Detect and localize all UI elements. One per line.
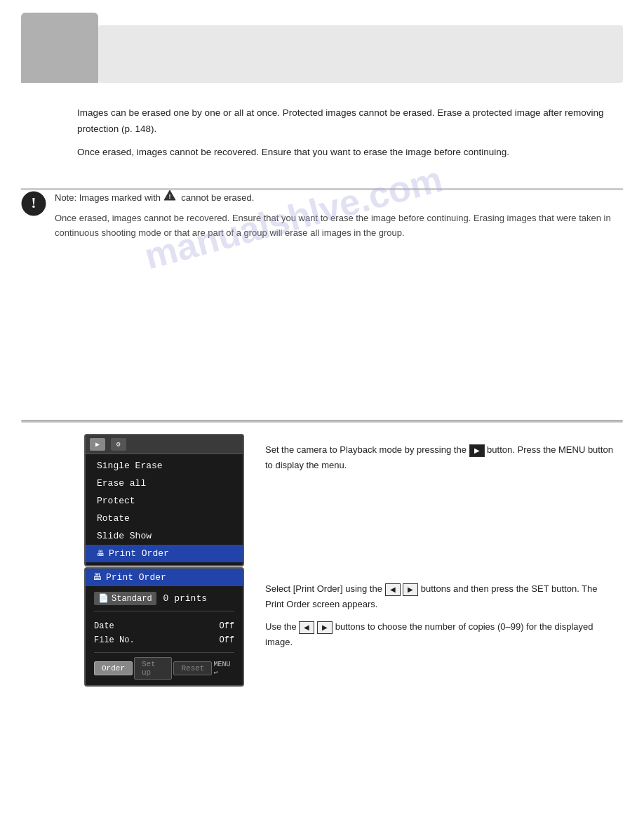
nav-left-icon: ◀ [385, 583, 401, 596]
menu-return: MENU ↩ [213, 661, 234, 677]
menu-title-bar: ▶ ⚙ [86, 435, 243, 454]
fileno-label: File No. [94, 635, 135, 645]
caution-icon: ! [21, 191, 46, 216]
nav-left-icon2: ◀ [299, 621, 314, 634]
fileno-value: Off [219, 635, 234, 645]
screen1-desc: Set the camera to Playback mode by press… [265, 442, 616, 473]
screen2-desc-para2: Use the ◀ ▶ buttons to choose the number… [265, 619, 616, 650]
standard-row: 📄 Standard 0 prints [94, 592, 234, 611]
menu-item-single-erase[interactable]: Single Erase [86, 457, 243, 475]
header-main [98, 25, 623, 83]
nav-right-icon: ▶ [403, 583, 418, 596]
print-order-body: 📄 Standard 0 prints Date Off File No. Of… [86, 586, 243, 685]
header-block [21, 13, 623, 83]
svg-text:!: ! [31, 194, 36, 211]
para1: Images can be erased one by one or all a… [77, 105, 609, 138]
date-value: Off [219, 621, 234, 631]
nav-right-icon2: ▶ [317, 621, 333, 634]
play-icon-inline: ▶ [469, 444, 485, 457]
print-order-icon: 🖶 [97, 549, 105, 558]
menu-item-print-order[interactable]: 🖶 Print Order [86, 545, 243, 562]
menu-items: Single Erase Erase all Protect Rotate Sl… [86, 454, 243, 565]
note-prefix: Note: Images marked with [55, 192, 161, 203]
screen2-desc: Select [Print Order] using the ◀ ▶ butto… [265, 581, 616, 650]
note-text: Note: Images marked with ! cannot be era… [55, 190, 623, 206]
menu-item-slide-show[interactable]: Slide Show [86, 527, 243, 545]
order-button[interactable]: Order [94, 661, 133, 675]
reset-button[interactable]: Reset [173, 661, 212, 675]
print-order-title: 🖶 Print Order [86, 569, 243, 586]
wrench-icon-box: ⚙ [111, 438, 126, 451]
para2: Once erased, images cannot be recovered.… [77, 145, 609, 161]
camera-screen-2: 🖶 Print Order 📄 Standard 0 prints Date O… [84, 567, 244, 687]
screen2-desc-para: Select [Print Order] using the ◀ ▶ butto… [265, 581, 616, 612]
note-content: Note: Images marked with ! cannot be era… [55, 190, 623, 240]
standard-label-box: 📄 Standard [94, 592, 156, 605]
main-content: Images can be erased one by one or all a… [77, 105, 609, 168]
print-order-title-icon: 🖶 [93, 572, 102, 583]
note-section: ! Note: Images marked with ! cannot be e… [21, 190, 623, 240]
note-suffix: cannot be erased. [181, 192, 254, 203]
date-row: Date Off [94, 621, 234, 631]
menu-item-erase-all[interactable]: Erase all [86, 475, 243, 492]
warning-inline-icon: ! [163, 190, 176, 201]
bottom-divider [21, 420, 623, 423]
date-label: Date [94, 621, 114, 631]
play-icon-box: ▶ [90, 438, 105, 451]
menu-item-protect[interactable]: Protect [86, 492, 243, 510]
setup-button[interactable]: Set up [134, 657, 172, 680]
menu-item-rotate[interactable]: Rotate [86, 510, 243, 527]
doc-icon: 📄 [98, 593, 109, 604]
header-tab [21, 13, 98, 83]
camera-screen-1: ▶ ⚙ Single Erase Erase all Protect Rotat… [84, 434, 244, 567]
fileno-row: File No. Off [94, 635, 234, 645]
bottom-buttons: Order Set up Reset MENU ↩ [94, 652, 234, 680]
svg-text:!: ! [168, 193, 170, 200]
note-icon-row: ! Note: Images marked with ! cannot be e… [21, 190, 623, 240]
prints-count: 0 prints [163, 593, 207, 604]
extra-note: Once erased, images cannot be recovered.… [55, 211, 623, 241]
screen1-desc-para: Set the camera to Playback mode by press… [265, 442, 616, 473]
